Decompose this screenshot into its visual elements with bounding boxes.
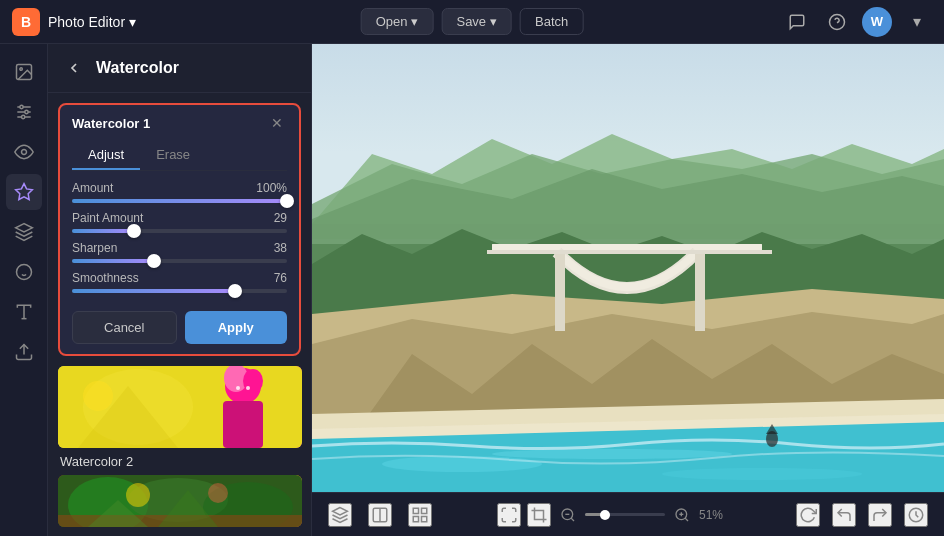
main-canvas-svg (312, 44, 944, 492)
save-button[interactable]: Save ▾ (441, 8, 512, 35)
text-icon-button[interactable] (6, 294, 42, 330)
svg-point-23 (246, 386, 250, 390)
paint-amount-slider-track[interactable] (72, 229, 287, 233)
amount-slider-row: Amount 100% (72, 181, 287, 203)
redo-button[interactable] (868, 503, 892, 527)
watercolor1-tabs: Adjust Erase (72, 141, 287, 171)
undo-button[interactable] (832, 503, 856, 527)
eye-icon-button[interactable] (6, 134, 42, 170)
svg-point-21 (243, 369, 263, 393)
watercolor2-svg (58, 366, 302, 448)
compare-tool-button[interactable] (368, 503, 392, 527)
bottom-toolbar-right (796, 503, 928, 527)
zoom-out-button[interactable] (557, 504, 579, 526)
svg-rect-47 (695, 251, 705, 331)
adjustments-icon-button[interactable] (6, 94, 42, 130)
paint-amount-slider-row: Paint Amount 29 (72, 211, 287, 233)
tab-erase[interactable]: Erase (140, 141, 206, 170)
svg-point-12 (16, 265, 31, 280)
panel-title: Watercolor (96, 59, 179, 77)
canvas-scene (312, 44, 944, 492)
svg-rect-48 (487, 250, 772, 254)
zoom-slider[interactable] (585, 513, 665, 516)
smoothness-label: Smoothness (72, 271, 139, 285)
open-chevron-icon: ▾ (411, 14, 418, 29)
open-button[interactable]: Open ▾ (361, 8, 434, 35)
layers-tool-button[interactable] (328, 503, 352, 527)
sharpen-slider-track[interactable] (72, 259, 287, 263)
left-panel: Watercolor Watercolor 1 ✕ Adjust Erase A… (48, 44, 312, 536)
smoothness-slider-track[interactable] (72, 289, 287, 293)
app-name-label: Photo Editor (48, 14, 125, 30)
back-button[interactable] (62, 56, 86, 80)
app-name-dropdown[interactable]: Photo Editor ▾ (48, 14, 136, 30)
paint-amount-slider-thumb[interactable] (127, 224, 141, 238)
sharpen-label: Sharpen (72, 241, 117, 255)
help-icon-button[interactable] (822, 7, 852, 37)
svg-marker-11 (15, 224, 32, 232)
grid-tool-button[interactable] (408, 503, 432, 527)
svg-point-31 (126, 483, 150, 507)
save-chevron-icon: ▾ (490, 14, 497, 29)
svg-point-25 (83, 381, 113, 411)
svg-point-8 (21, 115, 24, 118)
svg-point-6 (19, 105, 22, 108)
watercolor3-container[interactable] (58, 475, 301, 527)
svg-rect-46 (555, 251, 565, 331)
sharpen-slider-row: Sharpen 38 (72, 241, 287, 263)
history-button[interactable] (904, 503, 928, 527)
sharpen-slider-fill (72, 259, 154, 263)
amount-value: 100% (256, 181, 287, 195)
left-iconbar (0, 44, 48, 536)
amount-slider-thumb[interactable] (280, 194, 294, 208)
watercolor2-container[interactable]: Watercolor 2 (58, 366, 301, 469)
zoom-controls: 51% (497, 503, 731, 527)
svg-rect-62 (422, 508, 427, 513)
paint-amount-value: 29 (274, 211, 287, 225)
card-actions: Cancel Apply (60, 303, 299, 354)
effects-icon-button[interactable] (6, 174, 42, 210)
svg-point-55 (492, 449, 732, 459)
watercolor2-label: Watercolor 2 (58, 454, 301, 469)
mask-icon-button[interactable] (6, 254, 42, 290)
app-logo: B (12, 8, 40, 36)
svg-marker-58 (333, 507, 348, 515)
user-avatar[interactable]: W (862, 7, 892, 37)
bottom-toolbar: 51% (312, 492, 944, 536)
svg-point-7 (24, 110, 27, 113)
svg-line-66 (571, 518, 574, 521)
cancel-button[interactable]: Cancel (72, 311, 177, 344)
amount-slider-fill (72, 199, 287, 203)
watercolor1-card-header: Watercolor 1 ✕ (60, 105, 299, 141)
sliders-area: Amount 100% Paint Amount 29 (60, 171, 299, 303)
refresh-button[interactable] (796, 503, 820, 527)
gallery-icon-button[interactable] (6, 54, 42, 90)
batch-button[interactable]: Batch (520, 8, 583, 35)
amount-label: Amount (72, 181, 113, 195)
layers-icon-button[interactable] (6, 214, 42, 250)
svg-point-53 (382, 456, 542, 472)
export-icon-button[interactable] (6, 334, 42, 370)
sharpen-value: 38 (274, 241, 287, 255)
tab-adjust[interactable]: Adjust (72, 141, 140, 170)
svg-point-9 (21, 150, 26, 155)
zoom-thumb[interactable] (600, 510, 610, 520)
crop-tool-button[interactable] (527, 503, 551, 527)
avatar-chevron[interactable]: ▾ (902, 7, 932, 37)
zoom-value-label: 51% (699, 508, 731, 522)
watercolor1-close-button[interactable]: ✕ (267, 113, 287, 133)
svg-line-69 (685, 518, 688, 521)
amount-slider-track[interactable] (72, 199, 287, 203)
sharpen-slider-thumb[interactable] (147, 254, 161, 268)
apply-button[interactable]: Apply (185, 311, 288, 344)
svg-point-54 (662, 468, 862, 480)
fit-screen-button[interactable] (497, 503, 521, 527)
zoom-in-button[interactable] (671, 504, 693, 526)
smoothness-slider-thumb[interactable] (228, 284, 242, 298)
topbar-center-actions: Open ▾ Save ▾ Batch (361, 8, 584, 35)
topbar-right: W ▾ (782, 7, 932, 37)
panel-header: Watercolor (48, 44, 311, 93)
paint-amount-label: Paint Amount (72, 211, 143, 225)
chat-icon-button[interactable] (782, 7, 812, 37)
paint-amount-slider-fill (72, 229, 134, 233)
